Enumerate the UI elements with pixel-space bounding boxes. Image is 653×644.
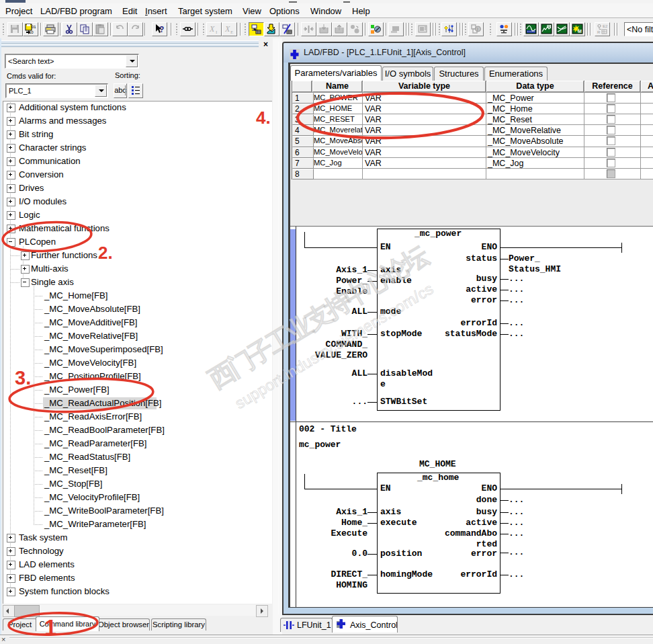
svg-text:X: X xyxy=(209,24,215,34)
svg-text:?: ? xyxy=(159,25,164,34)
svg-text:i: i xyxy=(477,26,478,32)
svg-text:E: E xyxy=(230,30,233,35)
svg-text:R: R xyxy=(597,30,601,34)
svg-text:X: X xyxy=(224,24,230,34)
svg-text:I: I xyxy=(216,30,218,35)
svg-text:E2: E2 xyxy=(603,24,608,28)
svg-text:01: 01 xyxy=(32,25,36,29)
svg-text:M: M xyxy=(578,29,582,34)
